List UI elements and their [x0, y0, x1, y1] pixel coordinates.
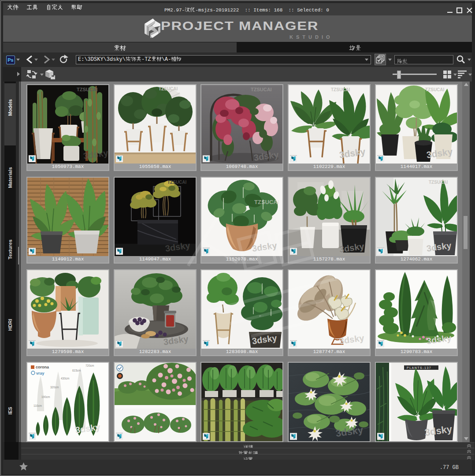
svg-text:TZSUCAI: TZSUCAI	[254, 199, 279, 205]
svg-text:TZSUCAI: TZSUCAI	[331, 87, 350, 92]
svg-text:110cm: 110cm	[33, 404, 42, 407]
svg-text:615cm: 615cm	[72, 369, 81, 372]
svg-text:TZSUCAI: TZSUCAI	[429, 180, 448, 185]
svg-text:TZSUCAI: TZSUCAI	[251, 87, 272, 92]
svg-text:vray: vray	[36, 371, 45, 376]
svg-text:TZSUCAI: TZSUCAI	[159, 86, 178, 91]
svg-text:TZSUCAI: TZSUCAI	[425, 87, 445, 92]
svg-text:320cm: 320cm	[50, 386, 59, 389]
svg-text:PLANTS-137: PLANTS-137	[407, 366, 431, 369]
svg-text:TZSUCAI: TZSUCAI	[77, 87, 98, 92]
svg-text:corona: corona	[36, 365, 49, 369]
svg-text:190cm: 190cm	[41, 395, 50, 398]
svg-text:720cm: 720cm	[85, 364, 94, 367]
svg-text:TZSUCAI: TZSUCAI	[167, 180, 187, 185]
svg-text:430cm: 430cm	[61, 377, 70, 380]
